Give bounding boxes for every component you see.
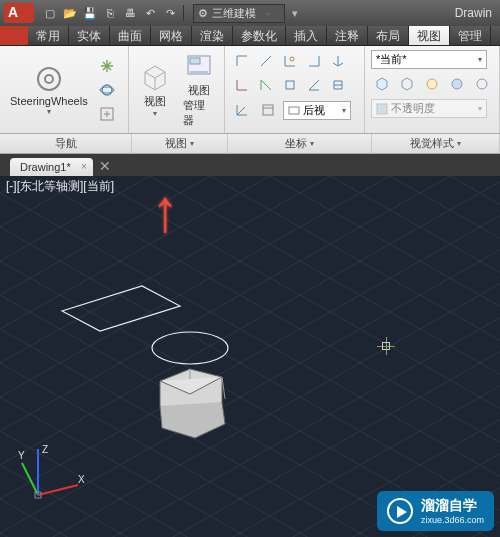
view-button[interactable]: 视图 ▾: [135, 60, 175, 120]
svg-point-13: [477, 79, 487, 89]
svg-point-0: [38, 68, 60, 90]
vs-icon-3[interactable]: [421, 73, 443, 95]
vs-icon-2[interactable]: [396, 73, 418, 95]
qat-saveas-icon[interactable]: ⎘: [101, 4, 119, 22]
tab-parametric[interactable]: 参数化: [233, 26, 286, 45]
qat-separator: [183, 5, 184, 21]
tab-solid[interactable]: 实体: [69, 26, 110, 45]
opacity-label: 不透明度: [391, 101, 435, 116]
tab-insert[interactable]: 插入: [286, 26, 327, 45]
view-manager-label-2: 管理器: [183, 98, 215, 128]
svg-point-1: [45, 75, 53, 83]
title-bar: ▢ 📂 💾 ⎘ 🖶 ↶ ↷ ⚙三维建模▾ ▾ Drawin: [0, 0, 500, 26]
ribbon-tab-strip: 常用 实体 曲面 网格 渲染 参数化 插入 注释 布局 视图 管理: [0, 26, 500, 46]
ucs-icon-9[interactable]: [303, 74, 325, 96]
panel-visual: *当前*▾ 不透明度 ▾: [365, 46, 500, 133]
panel-title-bar: 导航 视图▾ 坐标▾ 视觉样式▾: [0, 134, 500, 154]
svg-point-11: [427, 79, 437, 89]
chevron-down-icon: ▾: [153, 109, 157, 118]
pan-icon[interactable]: [96, 55, 118, 77]
svg-rect-6: [190, 58, 200, 64]
vs-icon-4[interactable]: [446, 73, 468, 95]
tab-layout[interactable]: 布局: [368, 26, 409, 45]
qat-save-icon[interactable]: 💾: [81, 4, 99, 22]
svg-text:Y: Y: [18, 450, 25, 461]
qat-redo-icon[interactable]: ↷: [161, 4, 179, 22]
panel-title-nav[interactable]: 导航: [0, 134, 132, 153]
svg-line-20: [22, 463, 38, 495]
chevron-down-icon: ▾: [47, 107, 51, 116]
tab-render[interactable]: 渲染: [192, 26, 233, 45]
app-logo-icon[interactable]: [4, 3, 34, 23]
svg-rect-14: [377, 104, 387, 114]
panel-title-view[interactable]: 视图▾: [132, 134, 228, 153]
viewport-label[interactable]: [-][东北等轴测][当前]: [6, 178, 114, 195]
ucs-icon-10[interactable]: [327, 74, 349, 96]
qat-dropdown-icon[interactable]: ▾: [286, 4, 304, 22]
document-tab[interactable]: Drawing1* ×: [10, 158, 93, 176]
panel-view: 视图 ▾ 视图 管理器: [129, 46, 225, 133]
cube-icon: [139, 62, 171, 94]
panel-title-coord[interactable]: 坐标▾: [228, 134, 372, 153]
ucs-icon: X Y Z: [18, 445, 88, 515]
svg-text:Z: Z: [42, 445, 48, 455]
visual-style-combo[interactable]: *当前*▾: [371, 50, 487, 69]
document-tab-strip: Drawing1* × ✕: [0, 154, 500, 176]
ribbon: SteeringWheels ▾ 视图 ▾: [0, 46, 500, 134]
steering-wheels-icon: [33, 63, 65, 95]
qat-undo-icon[interactable]: ↶: [141, 4, 159, 22]
app-menu-button[interactable]: [0, 26, 28, 45]
qat-print-icon[interactable]: 🖶: [121, 4, 139, 22]
orbit-icon[interactable]: [96, 79, 118, 101]
close-icon[interactable]: ×: [81, 161, 87, 172]
svg-rect-10: [289, 107, 299, 114]
qat-open-icon[interactable]: 📂: [61, 4, 79, 22]
watermark-title: 溜溜自学: [421, 497, 484, 515]
ucs-icon-7[interactable]: [255, 74, 277, 96]
ucs-icon-3[interactable]: [279, 50, 301, 72]
svg-line-18: [38, 485, 78, 495]
drawing-canvas[interactable]: [-][东北等轴测][当前] ↑ X Y Z 溜溜自学 zixue.3d66.c…: [0, 176, 500, 537]
tab-mesh[interactable]: 网格: [151, 26, 192, 45]
workspace-selector[interactable]: ⚙三维建模▾: [193, 4, 285, 23]
steering-wheels-button[interactable]: SteeringWheels ▾: [6, 61, 92, 118]
opacity-combo: 不透明度 ▾: [371, 99, 487, 118]
ucs-icon-8[interactable]: [279, 74, 301, 96]
svg-text:X: X: [78, 474, 85, 485]
ucs-icon-5[interactable]: [327, 50, 349, 72]
visual-style-label: *当前*: [376, 52, 407, 67]
tab-manage[interactable]: 管理: [450, 26, 491, 45]
panel-title-visual[interactable]: 视觉样式▾: [372, 134, 500, 153]
vs-icon-1[interactable]: [371, 73, 393, 95]
workspace-label: 三维建模: [212, 7, 256, 19]
ucs-icon-1[interactable]: [231, 50, 253, 72]
panel-coord: 后视 ▾: [225, 46, 365, 133]
new-tab-icon[interactable]: ✕: [99, 158, 111, 176]
annotation-arrow-icon: ↑: [152, 176, 179, 245]
qat-new-icon[interactable]: ▢: [41, 4, 59, 22]
tab-home[interactable]: 常用: [28, 26, 69, 45]
tab-view[interactable]: 视图: [409, 26, 450, 45]
view-manager-label-1: 视图: [188, 83, 210, 98]
svg-rect-9: [263, 105, 273, 115]
play-icon: [387, 498, 413, 524]
zoom-extents-icon[interactable]: [96, 103, 118, 125]
view-manager-icon: [183, 51, 215, 83]
ucs-icon-4[interactable]: [303, 50, 325, 72]
panel-nav: SteeringWheels ▾: [0, 46, 129, 133]
document-tab-label: Drawing1*: [20, 161, 71, 173]
vs-icon-5[interactable]: [471, 73, 493, 95]
ucs-icon-6[interactable]: [231, 74, 253, 96]
named-view-label: 后视: [303, 103, 325, 118]
ucs-icon-2[interactable]: [255, 50, 277, 72]
view-button-label: 视图: [144, 94, 166, 109]
steering-wheels-label: SteeringWheels: [10, 95, 88, 107]
svg-point-7: [290, 57, 294, 61]
named-view-combo[interactable]: 后视 ▾: [283, 101, 351, 120]
named-ucs-icon[interactable]: [257, 99, 279, 121]
tab-annotate[interactable]: 注释: [327, 26, 368, 45]
watermark: 溜溜自学 zixue.3d66.com: [377, 491, 494, 531]
tab-surface[interactable]: 曲面: [110, 26, 151, 45]
view-manager-button[interactable]: 视图 管理器: [179, 49, 219, 130]
ucs-world-icon[interactable]: [231, 99, 253, 121]
